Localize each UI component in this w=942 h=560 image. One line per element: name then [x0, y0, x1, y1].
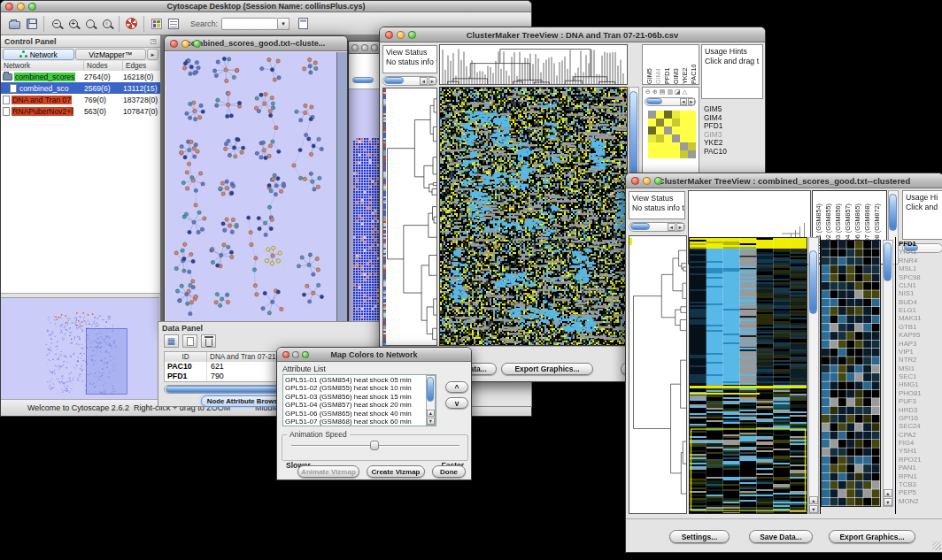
view-status-hscrollbar[interactable]: ◂ ▸	[382, 76, 437, 86]
matrix-cell[interactable]	[680, 111, 688, 119]
zoom-fit-button[interactable]	[81, 15, 98, 32]
scrollbar-thumb[interactable]	[646, 98, 662, 104]
gene-list-item[interactable]: SEC1	[899, 372, 922, 380]
gene-list-item[interactable]: MON2	[899, 497, 922, 505]
heatmap-canvas[interactable]	[690, 238, 807, 513]
minimize-icon[interactable]	[397, 31, 405, 39]
attribute-list-item[interactable]: GPL51-02 (GSM855) heat shock 10 min	[283, 384, 436, 392]
column-label[interactable]: PFD1	[663, 45, 672, 84]
matrix-cell[interactable]	[648, 150, 656, 158]
gene-list-item[interactable]: PUF3	[899, 397, 922, 405]
zoom-hscrollbar[interactable]: ◂ ▸	[645, 97, 696, 106]
dialog-titlebar[interactable]: Map Colors to Network	[277, 348, 471, 362]
resize-grip[interactable]	[932, 541, 941, 550]
scrollbar-thumb[interactable]	[352, 77, 374, 83]
save-data-button[interactable]: Save Data...	[749, 530, 813, 543]
zoom-tool-icon[interactable]: ⊖	[645, 88, 651, 96]
done-button[interactable]: Done	[432, 465, 466, 478]
zoom-tool-icon[interactable]: △	[683, 88, 687, 96]
matrix-cell[interactable]	[688, 134, 696, 142]
zoom-heatmap-canvas[interactable]	[822, 241, 880, 506]
help-button[interactable]	[123, 15, 140, 32]
vizmapper-button[interactable]	[148, 15, 165, 32]
create-vizmap-button[interactable]: Create Vizmap	[367, 465, 425, 478]
matrix-cell[interactable]	[664, 119, 672, 127]
speed-slider-thumb[interactable]	[370, 441, 379, 450]
scroll-right-button[interactable]: ▸	[429, 77, 436, 85]
zoom-tool-icon[interactable]: ⊕	[652, 88, 658, 96]
matrix-cell[interactable]	[656, 111, 664, 119]
matrix-cell[interactable]	[672, 150, 680, 158]
gene-label[interactable]: PAC10	[704, 148, 727, 157]
matrix-cell[interactable]	[680, 142, 688, 150]
gene-list-item[interactable]: CLN1	[899, 281, 922, 289]
matrix-cell[interactable]	[688, 150, 696, 158]
scroll-down-button[interactable]: ▾	[884, 498, 892, 506]
row-dendrogram[interactable]	[629, 236, 686, 513]
float-panel-icon[interactable]: ◳	[150, 37, 157, 45]
scroll-left-button[interactable]: ◂	[420, 77, 428, 85]
zoom-window-icon[interactable]	[371, 44, 378, 51]
gene-list-item[interactable]: PHO81	[899, 389, 922, 397]
matrix-cell[interactable]	[688, 119, 696, 127]
attribute-list-item[interactable]: GPL51-03 (GSM856) heat shock 15 min	[283, 393, 436, 401]
gene-list-item[interactable]: GPI16	[899, 414, 922, 422]
annotation-button[interactable]	[165, 15, 181, 32]
matrix-cell[interactable]	[672, 111, 680, 119]
attribute-browser-button[interactable]	[295, 15, 312, 32]
network-list-row[interactable]: combined_sco2569(6)13112(15)	[1, 82, 160, 94]
move-up-button[interactable]: ^	[445, 381, 468, 393]
column-label[interactable]: GIM5	[645, 45, 654, 84]
close-icon[interactable]	[385, 31, 393, 39]
scrollbar-thumb[interactable]	[427, 377, 434, 402]
gene-list-item[interactable]: BUD4	[899, 298, 922, 306]
attribute-select-button[interactable]: ▦	[164, 334, 179, 348]
move-down-button[interactable]: v	[445, 397, 468, 409]
search-input[interactable]	[221, 18, 278, 30]
scroll-down-button[interactable]: ▾	[809, 505, 818, 513]
matrix-cell[interactable]	[680, 150, 688, 158]
gene-list-item[interactable]: RPN1	[899, 472, 922, 480]
gene-list-item[interactable]: VIP1	[899, 348, 922, 356]
dense-cluster-canvas[interactable]	[352, 136, 382, 334]
birdseye-view[interactable]	[1, 297, 159, 399]
export-graphics-button[interactable]: Export Graphics...	[501, 363, 593, 375]
row-dendrogram[interactable]	[383, 88, 436, 345]
matrix-cell[interactable]	[656, 134, 664, 142]
gene-list-item[interactable]: NTR2	[899, 356, 922, 364]
gene-list-item[interactable]: NIS1	[899, 289, 922, 297]
scroll-left-button[interactable]: ◂	[668, 223, 676, 231]
scroll-left-button[interactable]: ◂	[680, 98, 687, 105]
network-list-row[interactable]: RNAPuberNov2+l563(0)107847(0)	[1, 105, 160, 117]
scroll-right-button[interactable]: ▸	[676, 223, 684, 231]
column-label[interactable]: GIM3	[672, 45, 681, 84]
scrollbar-thumb[interactable]	[889, 194, 897, 231]
network-vertical-scrollbar[interactable]	[336, 52, 347, 326]
scroll-right-button[interactable]: ▸	[688, 98, 695, 105]
gene-list-item[interactable]: RNR4	[899, 257, 922, 265]
minimize-icon[interactable]	[361, 44, 368, 51]
matrix-cell[interactable]	[688, 127, 696, 134]
open-session-button[interactable]	[6, 15, 23, 32]
matrix-cell[interactable]	[680, 127, 688, 134]
animate-vizmap-button[interactable]: Animate Vizmap	[297, 465, 359, 478]
matrix-cell[interactable]	[688, 142, 696, 150]
gene-list-item[interactable]: PFD1	[899, 240, 922, 248]
minimize-icon[interactable]	[17, 3, 25, 11]
minimize-icon[interactable]	[181, 40, 189, 48]
search-dropdown-button[interactable]: ▾	[278, 18, 290, 30]
gene-list-item[interactable]: TCB3	[899, 480, 922, 488]
gene-list-item[interactable]: ELG1	[899, 306, 922, 314]
gene-list-item[interactable]: PEP5	[899, 488, 922, 496]
matrix-cell[interactable]	[680, 119, 688, 127]
close-icon[interactable]	[351, 44, 359, 51]
tab-vizmapper[interactable]: VizMapper™	[75, 49, 147, 60]
tab-overflow-button[interactable]: ▸	[147, 49, 158, 60]
matrix-cell[interactable]	[672, 142, 680, 150]
zoom-window-icon[interactable]	[408, 31, 416, 39]
matrix-cell[interactable]	[672, 119, 680, 127]
matrix-cell[interactable]	[672, 127, 680, 134]
view-status-hscrollbar[interactable]: ◂ ▸	[629, 222, 685, 232]
zoom-tool-icon[interactable]: ◪	[675, 88, 681, 96]
close-icon[interactable]	[5, 3, 13, 11]
